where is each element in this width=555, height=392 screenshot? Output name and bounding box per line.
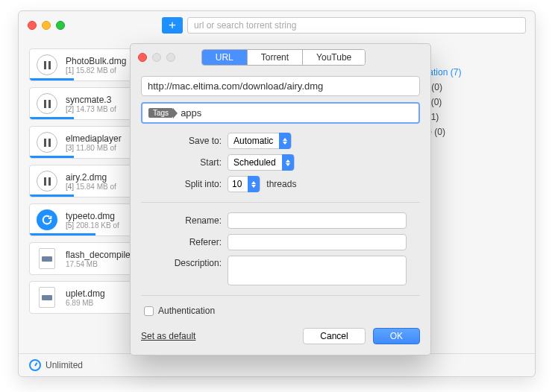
item-name: PhotoBulk.dmg xyxy=(66,56,126,66)
tags-input[interactable]: Tags apps xyxy=(141,102,420,124)
minimize-icon xyxy=(152,53,161,62)
referer-input[interactable] xyxy=(228,234,407,250)
add-download-dialog: URL Torrent YouTube http://mac.eltima.co… xyxy=(130,43,431,355)
ok-button[interactable]: OK xyxy=(373,328,420,344)
zoom-icon[interactable] xyxy=(56,21,65,30)
description-label: Description: xyxy=(141,256,222,268)
tab-torrent[interactable]: Torrent xyxy=(248,50,303,65)
window-controls xyxy=(28,21,65,30)
description-input[interactable] xyxy=(228,256,407,285)
rename-input[interactable] xyxy=(228,212,407,229)
item-name: airy.2.dmg xyxy=(66,172,116,183)
tab-youtube[interactable]: YouTube xyxy=(303,50,365,65)
split-label: Split into: xyxy=(141,179,222,189)
zoom-icon xyxy=(166,53,175,62)
tab-url[interactable]: URL xyxy=(202,50,248,65)
status-bar: Unlimited xyxy=(19,353,535,376)
save-to-label: Save to: xyxy=(141,136,222,146)
save-to-value: Automatic xyxy=(233,136,273,146)
item-name: uplet.dmg xyxy=(66,288,105,299)
item-meta: [4] 15.84 MB of xyxy=(66,183,116,191)
item-meta: 6.89 MB xyxy=(66,299,105,307)
item-name: elmediaplayer xyxy=(66,133,122,144)
start-select[interactable]: Scheduled xyxy=(228,154,295,171)
chevron-updown-icon xyxy=(248,176,260,192)
pause-icon[interactable] xyxy=(37,93,57,114)
cancel-button[interactable]: Cancel xyxy=(303,328,365,344)
start-label: Start: xyxy=(141,157,222,168)
url-input[interactable]: http://mac.eltima.com/download/airy.dmg xyxy=(141,76,420,96)
split-suffix: threads xyxy=(266,179,296,189)
item-name: syncmate.3 xyxy=(66,95,116,105)
split-value: 10 xyxy=(232,179,242,189)
rename-label: Rename: xyxy=(141,215,222,226)
pause-icon[interactable] xyxy=(37,54,57,75)
chevron-updown-icon xyxy=(279,133,291,149)
checkbox-icon xyxy=(144,306,154,316)
source-tabs: URL Torrent YouTube xyxy=(201,49,366,66)
start-value: Scheduled xyxy=(233,157,276,168)
save-to-select[interactable]: Automatic xyxy=(228,133,292,149)
item-meta: [2] 14.73 MB of xyxy=(66,105,116,113)
add-button[interactable]: + xyxy=(162,17,183,34)
chevron-updown-icon xyxy=(282,154,294,171)
authentication-checkbox[interactable]: Authentication xyxy=(141,306,420,316)
tags-value: apps xyxy=(181,107,201,118)
dialog-window-controls xyxy=(138,53,175,62)
item-meta: [3] 11.80 MB of xyxy=(66,144,122,152)
item-meta: 17.54 MB xyxy=(66,260,134,268)
minimize-icon[interactable] xyxy=(42,21,51,30)
file-icon xyxy=(39,248,55,269)
close-icon[interactable] xyxy=(28,21,37,30)
item-meta: [5] 208.18 KB of xyxy=(66,221,119,230)
authentication-label: Authentication xyxy=(158,306,215,316)
item-meta: [1] 15.82 MB of xyxy=(66,66,126,75)
tags-chip-label: Tags xyxy=(148,108,173,118)
pause-icon[interactable] xyxy=(37,132,57,153)
item-name: flash_decompiler xyxy=(66,250,134,260)
set-default-link[interactable]: Set as default xyxy=(141,331,195,341)
close-icon[interactable] xyxy=(138,53,147,62)
item-name: typeeto.dmg xyxy=(66,211,119,221)
referer-label: Referer: xyxy=(141,237,222,247)
split-select[interactable]: 10 xyxy=(228,176,260,192)
search-input[interactable]: url or search torrent string xyxy=(187,17,526,34)
pause-icon[interactable] xyxy=(37,171,57,192)
speed-gauge-icon xyxy=(29,359,41,371)
retry-icon[interactable] xyxy=(37,209,57,230)
speed-limit-label: Unlimited xyxy=(46,360,83,370)
titlebar: + url or search torrent string xyxy=(19,11,535,41)
file-icon xyxy=(39,287,55,308)
